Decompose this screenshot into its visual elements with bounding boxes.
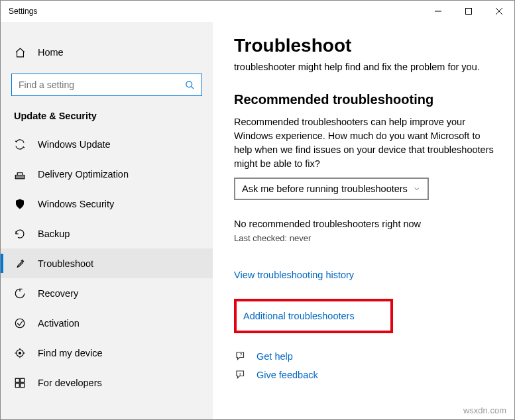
chevron-down-icon — [413, 185, 421, 193]
search-field[interactable] — [19, 79, 168, 90]
delivery-icon — [14, 168, 26, 180]
sidebar: Home Update & Security Windows Update — [1, 22, 213, 419]
get-help-row[interactable]: ? Get help — [234, 350, 498, 362]
highlight-annotation: Additional troubleshooters — [234, 299, 393, 333]
dropdown-value: Ask me before running troubleshooters — [242, 184, 408, 194]
sidebar-item-find-my-device[interactable]: Find my device — [1, 338, 213, 368]
svg-rect-17 — [15, 383, 19, 387]
page-title: Troubleshoot — [234, 35, 498, 56]
svg-point-10 — [19, 352, 21, 354]
check-circle-icon — [14, 317, 26, 329]
sidebar-item-windows-security[interactable]: Windows Security — [1, 189, 213, 219]
sidebar-item-recovery[interactable]: Recovery — [1, 278, 213, 308]
sidebar-item-troubleshoot[interactable]: Troubleshoot — [1, 248, 213, 278]
sidebar-item-label: Activation — [38, 318, 80, 329]
troubleshoot-preference-dropdown[interactable]: Ask me before running troubleshooters — [234, 178, 429, 200]
sidebar-item-label: Recovery — [38, 288, 78, 299]
wrench-icon — [14, 258, 26, 270]
svg-text:?: ? — [240, 352, 243, 357]
home-icon — [14, 47, 26, 58]
sidebar-item-label: Windows Security — [38, 199, 114, 209]
shield-icon — [14, 198, 26, 210]
location-icon — [14, 347, 26, 359]
svg-line-5 — [191, 86, 194, 89]
main-panel: Troubleshoot troubleshooter might help f… — [213, 22, 514, 419]
backup-icon — [14, 228, 26, 240]
sidebar-section-heading: Update & Security — [1, 111, 213, 129]
feedback-icon — [234, 369, 247, 381]
sidebar-item-delivery-optimization[interactable]: Delivery Optimization — [1, 159, 213, 189]
recommended-text: Recommended troubleshooters can help imp… — [234, 115, 498, 171]
search-icon — [185, 80, 195, 90]
svg-point-8 — [15, 319, 25, 328]
sidebar-item-label: Find my device — [38, 348, 103, 358]
svg-rect-18 — [21, 383, 25, 387]
minimize-button[interactable] — [423, 1, 453, 22]
intro-text: troubleshooter might help find and fix t… — [234, 60, 498, 74]
sidebar-item-label: Windows Update — [38, 139, 111, 150]
sidebar-item-activation[interactable]: Activation — [1, 308, 213, 338]
give-feedback-link[interactable]: Give feedback — [257, 370, 318, 380]
svg-rect-15 — [15, 378, 19, 382]
content: Home Update & Security Windows Update — [1, 22, 514, 419]
last-checked-text: Last checked: never — [234, 233, 498, 243]
sync-icon — [14, 138, 26, 150]
give-feedback-row[interactable]: Give feedback — [234, 369, 498, 381]
close-button[interactable] — [484, 1, 514, 22]
sidebar-item-backup[interactable]: Backup — [1, 219, 213, 248]
sidebar-home-label: Home — [38, 47, 64, 58]
titlebar: Settings — [1, 1, 514, 22]
window-title: Settings — [9, 7, 37, 16]
sidebar-home[interactable]: Home — [1, 38, 213, 67]
sidebar-item-label: For developers — [38, 378, 102, 388]
search-input[interactable] — [11, 74, 202, 96]
svg-point-20 — [240, 373, 241, 374]
watermark: wsxdn.com — [463, 405, 506, 415]
svg-rect-16 — [21, 378, 25, 382]
status-text: No recommended troubleshooters right now — [234, 219, 498, 229]
sidebar-item-label: Backup — [38, 229, 70, 239]
recovery-icon — [14, 288, 26, 299]
sidebar-item-label: Delivery Optimization — [38, 169, 129, 180]
svg-rect-1 — [466, 9, 472, 15]
settings-window: Settings Home — [0, 0, 515, 420]
sidebar-item-for-developers[interactable]: For developers — [1, 368, 213, 397]
help-icon: ? — [234, 350, 247, 362]
developer-icon — [14, 377, 26, 389]
sidebar-item-windows-update[interactable]: Windows Update — [1, 129, 213, 159]
get-help-link[interactable]: Get help — [257, 351, 293, 362]
additional-troubleshooters-link[interactable]: Additional troubleshooters — [243, 311, 355, 321]
recommended-heading: Recommended troubleshooting — [234, 92, 498, 107]
view-history-link[interactable]: View troubleshooting history — [234, 270, 354, 280]
sidebar-item-label: Troubleshoot — [38, 258, 93, 269]
maximize-button[interactable] — [453, 1, 484, 22]
svg-point-4 — [186, 81, 192, 87]
